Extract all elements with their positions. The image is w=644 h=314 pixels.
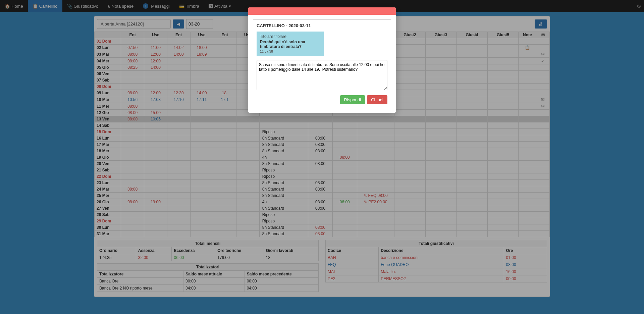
modal-header-bar [248, 7, 396, 15]
message-bubble: Titolare titolare Perché qui c`è solo un… [257, 32, 324, 56]
modal-overlay: CARTELLINO - 2020-03-11 Titolare titolar… [0, 0, 644, 301]
reply-textarea[interactable] [257, 60, 387, 90]
modal-title: CARTELLINO - 2020-03-11 [257, 23, 387, 28]
message-text: Perché qui c`è solo una timbratura di en… [260, 40, 320, 49]
close-button[interactable]: Chiudi [367, 95, 387, 104]
message-timestamp: 11:37:38 [260, 50, 320, 53]
reply-button[interactable]: Rispondi [340, 95, 365, 104]
message-sender: Titolare titolare [260, 34, 320, 39]
message-modal: CARTELLINO - 2020-03-11 Titolare titolar… [248, 7, 396, 113]
